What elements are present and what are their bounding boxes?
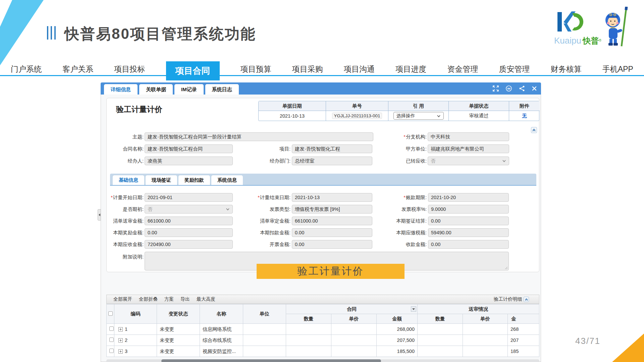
tax-payable-label: 本期应缴税额: [378, 228, 427, 237]
note-label: 附加说明: [107, 252, 144, 261]
collapse-header-button[interactable] [531, 127, 537, 133]
received-amount-input[interactable]: 0.00 [428, 240, 509, 249]
reward-amount-input[interactable]: 0.00 [145, 228, 233, 237]
invoiced-amount-input[interactable]: 0.00 [292, 240, 372, 249]
receivable-select[interactable]: 否 [428, 157, 509, 165]
nav-item-crm[interactable]: 客户关系 [62, 64, 93, 74]
tab-related-docs[interactable]: 关联单据 [139, 84, 173, 95]
nav-item-contract[interactable]: 项目合同 [166, 61, 220, 80]
resize-grip-icon[interactable] [504, 266, 508, 269]
collapse-all-link[interactable]: 全部折叠 [139, 296, 158, 302]
submitted-amount-input[interactable]: 661000.00 [145, 217, 233, 225]
expand-row-icon[interactable] [118, 327, 123, 331]
branch-input[interactable]: 中天科技 [428, 132, 509, 141]
nav-item-bidding[interactable]: 项目投标 [114, 64, 145, 74]
invoice-type-label: 发票类型: [244, 205, 290, 214]
attachment-link[interactable]: 无 [522, 113, 527, 119]
initial-period-label: 是否期初: [107, 205, 144, 214]
expand-row-icon[interactable] [118, 349, 123, 354]
table-row[interactable]: 3 未变更 视频安防监控... 185,500 185 [107, 346, 539, 357]
page-number: 43/71 [575, 336, 600, 346]
logo-text-en: Kuaipu [554, 36, 581, 46]
measure-start-input[interactable]: 2021-09-01 [145, 193, 233, 202]
collapse-detail-button[interactable] [524, 297, 529, 302]
expand-icon[interactable] [493, 85, 499, 92]
col-review-qty: 数量 [418, 314, 463, 324]
select-all-checkbox[interactable] [108, 311, 113, 316]
share-icon[interactable] [519, 85, 525, 92]
tab-system-log[interactable]: 系统日志 [205, 84, 239, 95]
nav-item-mobile-app[interactable]: 手机APP [602, 64, 633, 74]
doc-title: 验工计量计价 [116, 104, 162, 115]
scheme-link[interactable]: 方案 [164, 296, 174, 302]
initial-period-select[interactable]: 否 [145, 205, 233, 214]
col-group-review: 送审情况 [418, 304, 539, 314]
detail-grid: 编码 变更状态 名称 单位 合同 送审情况 数量 单价 金额 数量 单价 金 [106, 304, 539, 357]
payment-term-input[interactable]: 2021-10-20 [428, 193, 509, 202]
panel-collapse-handle[interactable] [98, 209, 101, 221]
col-group-contract: 合同 [286, 304, 418, 314]
nav-item-progress[interactable]: 项目进度 [395, 64, 426, 74]
receivable-amount-input[interactable]: 720490.00 [145, 240, 233, 249]
expand-all-link[interactable]: 全部展开 [113, 296, 132, 302]
nav-item-procurement[interactable]: 项目采购 [292, 64, 323, 74]
reward-amount-label: 本期奖励金额: [107, 228, 144, 237]
horizontal-scrollbar[interactable] [106, 359, 539, 362]
invoice-type-input[interactable]: 增值税专用发票 [9%] [292, 205, 372, 214]
tab-im-record[interactable]: IM记录 [174, 84, 204, 95]
nav-item-finance[interactable]: 财务核算 [551, 64, 582, 74]
contract-name-label: 合同名称: [107, 144, 144, 153]
doc-status-value: 审核通过 [448, 111, 509, 121]
doc-number-value: YGJLJJ-20211013-001 [332, 113, 382, 119]
bottom-right-accent-shape [612, 334, 644, 362]
deduction-amount-label: 本期扣款金额: [244, 228, 290, 237]
tax-payable-input[interactable]: 59490.00 [428, 228, 509, 237]
handler-input[interactable]: 凌燕英 [145, 157, 233, 165]
expand-row-icon[interactable] [118, 338, 123, 343]
receivable-amount-label: 本期应收金额: [107, 240, 144, 249]
nav-item-portal[interactable]: 门户系统 [11, 64, 42, 74]
party-a-input[interactable]: 福建兆联房地产有限公司 [428, 144, 509, 153]
subtab-reward-deduction[interactable]: 奖励扣款 [178, 175, 210, 185]
nav-item-funds[interactable]: 资金管理 [447, 64, 478, 74]
col-name: 名称 [200, 304, 243, 324]
column-menu-button[interactable] [411, 306, 416, 312]
deduction-amount-input[interactable]: 0.00 [292, 228, 372, 237]
measure-end-input[interactable]: 2021-10-13 [292, 193, 372, 202]
subtab-system-info[interactable]: 系统信息 [211, 175, 243, 185]
col-review-price: 单价 [463, 314, 508, 324]
chevron-down-icon [437, 114, 441, 118]
subtab-site-visa[interactable]: 现场签证 [146, 175, 177, 185]
chevron-up-icon [525, 298, 528, 301]
nav-item-communication[interactable]: 项目沟通 [344, 64, 375, 74]
row-checkbox[interactable] [109, 338, 114, 342]
row-checkbox[interactable] [109, 326, 114, 331]
table-row[interactable]: 1 未变更 信息网络系统 268,000 268 [107, 324, 539, 335]
nav-item-quality[interactable]: 质安管理 [499, 64, 530, 74]
kuaipu-logo: Kuaipu 快普® [554, 7, 631, 50]
table-row[interactable]: 2 未变更 综合布线系统 207,500 207 [107, 335, 539, 346]
col-doc-date: 单据日期 [259, 101, 326, 111]
tax-rate-input[interactable]: 9.0000 [428, 205, 509, 214]
window-body: 验工计量计价 单据日期 单号 引 用 单据状态 附件 2021-10-13 YG… [101, 95, 541, 362]
tab-detail-info[interactable]: 详细信息 [104, 84, 138, 95]
approved-amount-input[interactable]: 661000.00 [292, 217, 372, 225]
project-input[interactable]: 建发·吾悦智能化工程 [292, 144, 372, 153]
chevron-down-icon [502, 159, 506, 163]
visa-settlement-input[interactable]: 0.00 [428, 217, 509, 225]
scrollbar-thumb[interactable] [161, 359, 381, 362]
measure-end-label: *计量结束日期: [244, 193, 290, 202]
subject-input[interactable]: 建发·吾悦智能化工程合同第一阶段计量结算 [145, 132, 373, 141]
subtab-basic-info[interactable]: 基础信息 [113, 175, 144, 185]
max-height-link[interactable]: 最大高度 [197, 296, 215, 302]
export-link[interactable]: 导出 [180, 296, 190, 302]
action-select[interactable]: 选择操作 [393, 112, 444, 120]
im-icon[interactable]: IM [505, 85, 512, 92]
nav-item-budget[interactable]: 项目预算 [240, 64, 271, 74]
handler-dept-input[interactable]: 总经理室 [292, 157, 372, 165]
close-icon[interactable] [532, 86, 537, 91]
top-left-accent-shape [0, 0, 44, 65]
row-checkbox[interactable] [109, 349, 114, 353]
col-doc-number: 单号 [326, 101, 388, 111]
contract-name-input[interactable]: 建发·吾悦智能化工程合同 [145, 144, 233, 153]
